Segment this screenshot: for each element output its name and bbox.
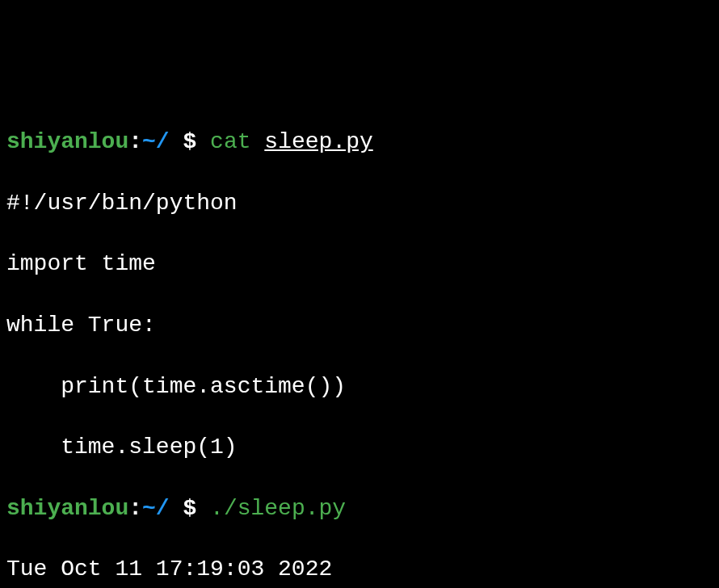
script-sleep: time.sleep(1) (6, 432, 713, 463)
script-print: print(time.asctime()) (6, 372, 713, 402)
script-while: while True: (6, 310, 713, 341)
prompt-user: shiyanlou (6, 496, 128, 521)
prompt-path: ~/ (142, 496, 170, 521)
script-shebang: #!/usr/bin/python (6, 188, 713, 219)
prompt-separator: : (128, 496, 142, 521)
command-run-script: ./sleep.py (210, 496, 346, 521)
command-arg-filename: sleep.py (264, 129, 372, 154)
prompt-path: ~/ (142, 129, 170, 154)
prompt-user: shiyanlou (6, 129, 128, 154)
output-timestamp-1: Tue Oct 11 17:19:03 2022 (6, 554, 713, 585)
script-import: import time (6, 249, 713, 279)
terminal-line-prompt-1: shiyanlou:~/ $ cat sleep.py (6, 127, 713, 158)
prompt-dollar: $ (183, 496, 196, 521)
prompt-dollar: $ (183, 129, 196, 154)
command-cat: cat (210, 129, 250, 154)
prompt-separator: : (128, 129, 142, 154)
terminal-line-prompt-2: shiyanlou:~/ $ ./sleep.py (6, 494, 713, 524)
